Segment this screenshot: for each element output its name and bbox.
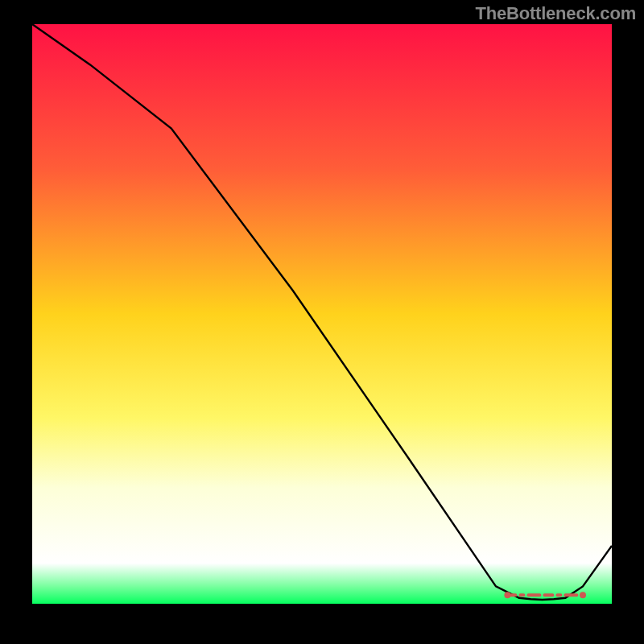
chart-container: TheBottleneck.com	[0, 0, 644, 644]
chart-svg	[32, 24, 612, 604]
plot-area	[32, 24, 612, 604]
svg-point-2	[580, 592, 586, 598]
svg-point-1	[504, 592, 510, 598]
gradient-background	[32, 24, 612, 604]
watermark-text: TheBottleneck.com	[475, 3, 636, 24]
